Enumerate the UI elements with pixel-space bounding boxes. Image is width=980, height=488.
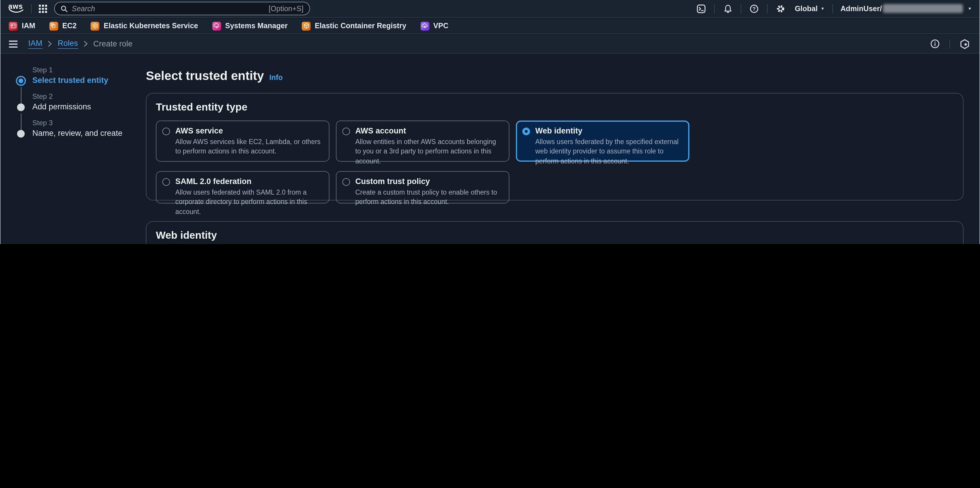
breadcrumb-roles-link[interactable]: Roles: [58, 39, 78, 49]
breadcrumb-chevron-icon: [48, 41, 52, 47]
wizard-step-2[interactable]: Step 2 Add permissions: [17, 92, 141, 119]
ecr-service-icon: [302, 21, 310, 30]
services-grid-icon[interactable]: [38, 4, 48, 13]
info-link[interactable]: Info: [269, 73, 283, 82]
iam-service-icon: [9, 21, 18, 30]
aws-logo[interactable]: aws: [8, 3, 25, 13]
search-shortcut-hint: [Option+S]: [269, 5, 304, 13]
aws-console-window: aws Search [Option+S]: [0, 0, 980, 244]
chevron-down-icon: ▼: [821, 6, 825, 11]
search-placeholder: Search: [72, 5, 264, 13]
step-2-indicator: [17, 103, 25, 111]
topbar-separator: [950, 39, 950, 49]
cloudshell-icon[interactable]: [695, 4, 708, 13]
account-menu[interactable]: AdminUser/ ▼: [841, 4, 972, 13]
vpc-service-icon: [420, 21, 429, 30]
favorite-iam[interactable]: IAM: [9, 21, 35, 30]
region-selector[interactable]: Global ▼: [795, 5, 825, 13]
topbar-separator: [767, 4, 768, 13]
settings-gear-icon[interactable]: [774, 4, 787, 13]
step-1-active-indicator: [17, 77, 25, 85]
search-icon: [60, 5, 68, 12]
favorite-ec2[interactable]: EC2: [49, 21, 77, 30]
breadcrumb-chevron-icon: [83, 41, 88, 47]
entity-option-aws-service[interactable]: AWS service Allow AWS services like EC2,…: [156, 121, 329, 162]
eks-service-icon: [91, 21, 100, 30]
main-content: Select trusted entity Info Trusted entit…: [146, 69, 964, 244]
amazon-q-assistant-icon[interactable]: [958, 38, 971, 49]
chevron-down-icon: ▼: [968, 6, 972, 11]
favorite-vpc[interactable]: VPC: [420, 21, 448, 30]
wizard-step-3[interactable]: Step 3 Name, review, and create: [17, 119, 141, 145]
page-tools: [928, 38, 971, 49]
web-identity-panel: Web identity Allows users federated by t…: [146, 221, 964, 244]
radio-selected-icon: [522, 127, 530, 135]
entity-option-aws-account[interactable]: AWS account Allow entities in other AWS …: [336, 121, 509, 162]
breadcrumb-bar: IAM Roles Create role: [1, 35, 979, 54]
radio-unselected-icon: [342, 127, 350, 135]
topbar-separator: [741, 4, 741, 13]
topbar-right-controls: ? Global ▼ AdminUser/ ▼: [695, 4, 972, 13]
breadcrumb: IAM Roles Create role: [28, 39, 133, 49]
trusted-entity-type-panel: Trusted entity type AWS service Allow AW…: [146, 93, 964, 200]
wizard-steps-navigation: Step 1 Select trusted entity Step 2 Add …: [17, 66, 141, 145]
systems-manager-service-icon: [212, 21, 221, 30]
favorite-systems-manager[interactable]: Systems Manager: [212, 21, 288, 30]
radio-unselected-icon: [162, 127, 170, 135]
web-identity-title: Web identity: [156, 229, 953, 242]
step-3-indicator: [17, 130, 25, 138]
favorites-bar: IAM EC2 Elastic Kubernetes Service Syste…: [1, 18, 979, 34]
radio-unselected-icon: [342, 178, 350, 186]
side-navigation-toggle-icon[interactable]: [9, 40, 18, 47]
account-label: AdminUser/: [841, 5, 882, 13]
notifications-bell-icon[interactable]: [721, 4, 734, 13]
search-input[interactable]: Search [Option+S]: [54, 2, 310, 15]
breadcrumb-current-page: Create role: [93, 40, 133, 48]
info-panel-icon[interactable]: [928, 39, 941, 49]
topbar-separator: [832, 4, 833, 13]
radio-unselected-icon: [162, 178, 170, 186]
svg-text:?: ?: [752, 6, 756, 11]
entity-option-saml-federation[interactable]: SAML 2.0 federation Allow users federate…: [156, 171, 329, 203]
entity-option-web-identity[interactable]: Web identity Allows users federated by t…: [516, 121, 689, 162]
trusted-entity-type-title: Trusted entity type: [156, 101, 953, 113]
favorite-ecr[interactable]: Elastic Container Registry: [302, 21, 406, 30]
page-title: Select trusted entity: [146, 69, 264, 83]
top-navigation-bar: aws Search [Option+S]: [1, 0, 979, 17]
aws-smile-icon: [9, 8, 24, 13]
region-label: Global: [795, 5, 818, 13]
breadcrumb-iam-link[interactable]: IAM: [28, 39, 42, 49]
wizard-step-1[interactable]: Step 1 Select trusted entity: [17, 66, 141, 92]
ec2-service-icon: [49, 21, 58, 30]
entity-option-custom-trust-policy[interactable]: Custom trust policy Create a custom trus…: [336, 171, 509, 203]
topbar-separator: [714, 4, 715, 13]
account-name-redacted: [883, 4, 963, 13]
favorite-eks[interactable]: Elastic Kubernetes Service: [91, 21, 198, 30]
help-icon[interactable]: ?: [748, 4, 760, 13]
topbar-separator: [31, 4, 32, 13]
